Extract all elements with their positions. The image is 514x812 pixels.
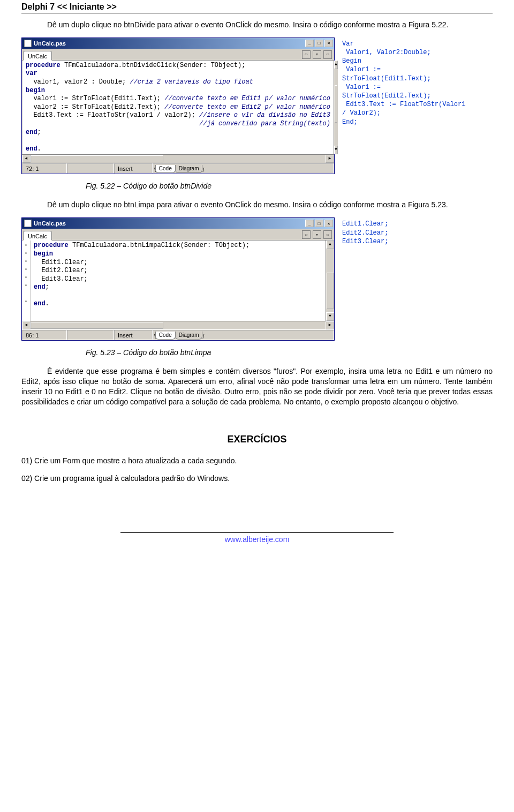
maximize-button[interactable]: □ [315,220,323,227]
paragraph-3-text: É evidente que esse programa é bem simpl… [21,367,493,406]
close-button[interactable]: × [324,220,333,227]
figure-caption-1: Fig. 5.22 – Código do botão btnDivide [86,182,493,190]
scroll-up-icon[interactable]: ▲ [334,61,338,69]
nav-fwd-icon[interactable]: ⇨ [323,230,332,239]
scroll-down-icon[interactable]: ▼ [334,146,338,154]
statusbar-1: 72: 1 Insert \ Code Diagram / [22,163,334,174]
footer-link[interactable]: www.alberteije.com [21,535,493,544]
figure-5-23-block: UnCalc.pas _ □ × UnCalc ⇦ ▾ ⇨ ••• ••• • … [21,217,493,341]
scroll-thumb[interactable] [327,273,334,309]
dropdown-icon[interactable]: ▾ [313,230,321,239]
side-code-1: Var Valor1, Valor2:Double; Begin Valor1 … [342,37,493,175]
status-modified [67,163,114,174]
toolbar-right: ⇦ ▾ ⇨ [302,49,334,60]
status-cursor-pos: 86: 1 [22,330,67,340]
figure-5-22-block: UnCalc.pas _ □ × UnCalc ⇦ ▾ ⇨ procedure … [21,37,493,175]
h-scroll-thumb[interactable] [31,322,163,329]
bottom-tab-code[interactable]: Code [155,165,176,173]
minimize-button[interactable]: _ [305,220,314,227]
file-icon [24,220,32,227]
exercises-heading: EXERCÍCIOS [21,434,493,445]
titlebar-2: UnCalc.pas _ □ × [22,218,334,229]
code-gutter: ••• ••• • [22,240,31,321]
file-tab-uncalc[interactable]: UnCalc [23,51,52,61]
nav-back-icon[interactable]: ⇦ [302,230,311,239]
vertical-scrollbar[interactable]: ▲ ▼ [334,61,338,155]
file-tab-uncalc[interactable]: UnCalc [23,231,52,240]
status-modified [67,330,114,340]
dropdown-icon[interactable]: ▾ [313,50,321,59]
status-insert: Insert [114,330,153,340]
bottom-tabs-2: \ Code Diagram / [153,330,334,340]
tab-row-1: UnCalc ⇦ ▾ ⇨ [22,49,334,61]
window-title-2: UnCalc.pas [34,220,304,227]
file-icon [24,40,32,47]
code-area-2: ••• ••• • procedure TFmCalculadora.btnLi… [22,240,334,321]
scroll-thumb[interactable] [335,85,337,123]
paragraph-2: Dê um duplo clique no btnLimpa para ativ… [21,200,493,210]
figure-caption-2: Fig. 5.23 – Código do botão btnLimpa [86,348,493,357]
horizontal-scrollbar[interactable]: ◄ ► [22,321,334,329]
titlebar-1: UnCalc.pas _ □ × [22,38,334,49]
scroll-down-icon[interactable]: ▼ [326,312,334,321]
statusbar-2: 86: 1 Insert \ Code Diagram / [22,329,334,340]
status-insert: Insert [114,163,153,174]
code-body-2[interactable]: procedure TFmCalculadora.btnLimpaClick(S… [31,240,326,321]
editor-window-2: UnCalc.pas _ □ × UnCalc ⇦ ▾ ⇨ ••• ••• • … [21,217,335,341]
exercise-1: 01) Crie um Form que mostre a hora atual… [21,456,493,467]
code-body-1[interactable]: procedure TFmCalculadora.btnDivideClick(… [22,61,334,155]
maximize-button[interactable]: □ [315,40,323,47]
footer-divider [120,532,394,533]
bottom-tab-diagram[interactable]: Diagram [175,165,203,173]
minimize-button[interactable]: _ [305,40,314,47]
horizontal-scrollbar[interactable]: ◄ ► [22,154,334,163]
paragraph-3: É evidente que esse programa é bem simpl… [21,366,493,407]
paragraph-2-text: Dê um duplo clique no btnLimpa para ativ… [47,200,448,209]
bottom-tabs-1: \ Code Diagram / [153,163,334,174]
window-title-1: UnCalc.pas [34,40,304,47]
bottom-tab-code[interactable]: Code [155,332,176,340]
scroll-up-icon[interactable]: ▲ [326,240,334,249]
status-cursor-pos: 72: 1 [22,163,67,174]
side-code-2: Edit1.Clear; Edit2.Clear; Edit3.Clear; [342,217,493,341]
tab-row-2: UnCalc ⇦ ▾ ⇨ [22,229,334,240]
scroll-left-icon[interactable]: ◄ [22,321,31,329]
page-header: Delphi 7 << Iniciante >> [21,2,493,13]
scroll-right-icon[interactable]: ► [326,321,334,329]
vertical-scrollbar[interactable]: ▲ ▼ [326,240,334,321]
nav-back-icon[interactable]: ⇦ [302,50,311,59]
h-scroll-track[interactable] [31,155,326,163]
code-area-1: procedure TFmCalculadora.btnDivideClick(… [22,61,334,155]
paragraph-1-text: Dê um duplo clique no btnDivide para ati… [47,20,448,29]
nav-fwd-icon[interactable]: ⇨ [323,50,332,59]
h-scroll-thumb[interactable] [31,155,163,162]
scroll-right-icon[interactable]: ► [326,155,334,163]
close-button[interactable]: × [324,40,333,47]
toolbar-right: ⇦ ▾ ⇨ [302,229,334,240]
editor-window-1: UnCalc.pas _ □ × UnCalc ⇦ ▾ ⇨ procedure … [21,37,335,175]
bottom-tab-diagram[interactable]: Diagram [175,332,203,340]
exercise-2: 02) Crie um programa igual à calculadora… [21,473,493,484]
paragraph-1: Dê um duplo clique no btnDivide para ati… [21,20,493,30]
h-scroll-track[interactable] [31,321,326,329]
scroll-left-icon[interactable]: ◄ [22,155,31,163]
